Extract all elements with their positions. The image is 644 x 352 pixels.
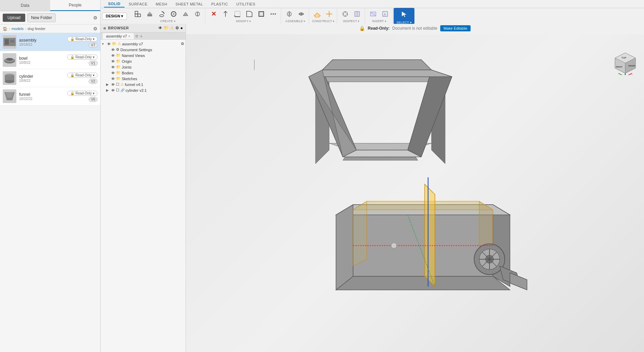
modify-delete-btn[interactable]: ✕ [208,9,219,19]
tree-item-cylinder[interactable]: ▶ 👁 ☐ 🔗 cylinder v2:1 [101,87,186,93]
assemble-motion-btn[interactable] [296,9,307,19]
tree-label-root: assembly v7 [122,42,180,46]
tree-arrow-funnel[interactable]: ▶ [106,83,110,86]
assemble-group-label[interactable]: ASSEMBLE [286,19,305,23]
create-extrude-btn[interactable] [144,9,155,19]
svg-marker-83 [425,184,435,287]
tree-item-sketches[interactable]: 👁 📁 Sketches [101,76,186,82]
viewport-canvas[interactable]: TOP FRONT RIGHT Z X [186,34,644,352]
construct-axis-btn[interactable] [324,9,335,19]
insert-canvas-btn[interactable] [368,9,379,19]
select-btn[interactable] [398,8,410,20]
browser-warning-icon[interactable]: ⚠ [170,26,174,30]
create-new-component-btn[interactable] [132,9,143,19]
readonly-badge-cylinder: 🔒 Read-Only ▾ [67,73,98,78]
tree-arrow-cylinder[interactable]: ▶ [106,88,110,92]
toolbar: SOLID SURFACE MESH SHEET METAL PLASTIC U… [101,0,644,24]
browser-close-icon[interactable]: ● [180,26,183,30]
tab-data[interactable]: Data [0,0,50,11]
upload-button[interactable]: Upload [3,14,25,22]
construct-group: CONSTRUCT [310,8,337,24]
tree-settings-root[interactable]: ⚙ [181,42,184,46]
breadcrumb-models[interactable]: models [12,27,24,31]
modify-more-btn[interactable] [268,9,279,19]
browser-active-tab[interactable]: assembly v7 × [103,33,134,39]
tab-mesh[interactable]: MESH [152,1,172,8]
browser-folder-icon[interactable]: 📁 [164,26,169,30]
svg-marker-15 [147,12,152,14]
browser-header: « BROWSER 👁 📁 ⚠ ⚙ ● [101,24,186,32]
home-icon[interactable]: 🏠 [3,27,8,31]
create-loft-btn[interactable] [180,9,191,19]
tab-settings-icon[interactable]: ⚙ [135,34,138,39]
assemble-group: ASSEMBLE [282,8,309,24]
tab-utilities[interactable]: UTILITIES [232,1,260,8]
assemble-joint-btn[interactable] [284,9,295,19]
version-badge-cylinder[interactable]: V2 [89,79,98,84]
new-folder-button[interactable]: New Folder [27,13,56,22]
tab-close-icon[interactable]: × [128,34,130,38]
create-rib-btn[interactable] [192,9,203,19]
insert-group-label[interactable]: INSERT [372,19,386,23]
svg-point-18 [173,13,175,15]
version-badge-bowl[interactable]: V1 [89,61,98,66]
file-item-funnel[interactable]: funnel 10/22/22 🔒 Read-Only ▾ V6 [0,87,100,105]
modify-chamfer-btn[interactable] [244,9,255,19]
modify-push-pull-btn[interactable] [220,9,231,19]
tree-item-joints[interactable]: 👁 📁 Joints [101,64,186,70]
inspect-measure-btn[interactable] [340,9,351,19]
file-item-bowl[interactable]: bowl 10/8/22 🔒 Read-Only ▾ V1 [0,51,100,69]
tree-icon2-named: 📁 [116,53,121,58]
modify-fillet-btn[interactable] [232,9,243,19]
version-badge-funnel[interactable]: V6 [89,97,98,102]
create-sweep-btn[interactable] [168,9,179,19]
browser-panel: « BROWSER 👁 📁 ⚠ ⚙ ● assembly v7 × ⚙ + ▾ … [101,24,186,352]
design-dropdown[interactable]: DESIGN ▾ [102,13,127,20]
not-editable-label: Document is not editable [392,26,437,31]
tab-people[interactable]: People [50,0,100,11]
tree-label-named: Named Views [122,54,184,58]
tab-add-icon[interactable]: + [140,33,143,39]
file-item-assembly[interactable]: assembly 10/18/22 🔒 Read-Only ▾ V7 [0,33,100,51]
create-revolve-btn[interactable] [156,9,167,19]
settings-icon[interactable]: ⚙ [93,15,98,20]
tab-sheet-metal[interactable]: SHEET METAL [171,1,207,8]
tree-label-bodies: Bodies [122,71,184,75]
3d-scene[interactable] [254,55,561,300]
tree-link-cylinder: 🔗 [120,88,125,92]
tree-item-funnel[interactable]: ▶ 👁 ☐ ⚠ funnel v4:1 [101,82,186,87]
tree-item-origin[interactable]: 👁 📁 Origin [101,58,186,64]
orientation-cube[interactable]: TOP FRONT RIGHT Z X [613,51,637,75]
file-item-cylinder[interactable]: cylinder 10/8/22 🔒 Read-Only ▾ V2 [0,69,100,87]
inspect-section-btn[interactable] [352,9,363,19]
modify-shell-btn[interactable] [256,9,267,19]
create-group-label[interactable]: CREATE [160,19,175,23]
tab-solid[interactable]: SOLID [104,1,125,8]
browser-collapse-icon[interactable]: « [103,25,106,31]
browser-visibility-icon[interactable]: 👁 [158,26,162,30]
browser-settings-icon[interactable]: ⚙ [175,26,179,30]
insert-decal-btn[interactable]: A [380,9,391,19]
tree-item-bodies[interactable]: 👁 📁 Bodies [101,70,186,76]
svg-text:FRONT: FRONT [628,65,635,67]
version-badge-assembly[interactable]: V7 [89,43,98,48]
tree-root[interactable]: ▾ 👁 📁 ⚠ assembly v7 ⚙ [101,41,186,47]
svg-marker-75 [336,276,510,290]
badge-arrow[interactable]: ▾ [93,37,94,41]
make-editable-button[interactable]: Make Editable [440,25,471,31]
tab-surface[interactable]: SURFACE [125,1,151,8]
left-panel: Data People Upload New Folder ⚙ 🏠 › mode… [0,0,101,352]
inspect-group-label[interactable]: INSPECT [343,19,360,23]
modify-group-label[interactable]: MODIFY [236,19,251,23]
construct-group-label[interactable]: CONSTRUCT [312,19,335,23]
tree-arrow-root[interactable]: ▾ [102,42,106,46]
tree-icon2-doc: ⚙ [116,47,119,52]
svg-line-57 [625,73,632,75]
construct-plane-btn[interactable] [312,9,323,19]
tab-plastic[interactable]: PLASTIC [207,1,232,8]
panel-section-settings[interactable]: ⚙ [93,26,98,31]
panel-actions: Upload New Folder ⚙ [0,11,100,25]
tree-item-doc-settings[interactable]: 👁 ⚙ Document Settings [101,47,186,53]
lock-icon-bowl: 🔒 [70,55,74,59]
tree-item-named-views[interactable]: 👁 📁 Named Views [101,53,186,58]
